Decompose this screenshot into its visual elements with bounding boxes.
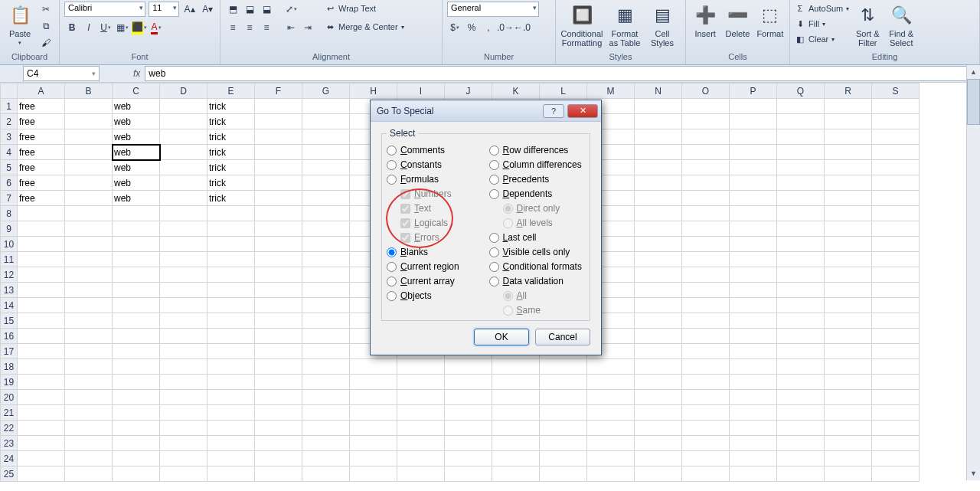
scroll-down-icon[interactable]: ▼ — [967, 466, 980, 480]
cell-D17[interactable] — [160, 344, 207, 359]
cell-F16[interactable] — [255, 329, 302, 344]
italic-button[interactable]: I — [81, 20, 96, 35]
cell-J19[interactable] — [445, 375, 492, 390]
cell-B19[interactable] — [65, 375, 113, 390]
cell-B17[interactable] — [65, 344, 113, 359]
cell-S18[interactable] — [872, 359, 920, 375]
column-header-L[interactable]: L — [540, 83, 587, 99]
cell-B21[interactable] — [65, 405, 113, 421]
cell-H22[interactable] — [350, 421, 397, 436]
cell-K23[interactable] — [492, 436, 540, 451]
cell-K19[interactable] — [492, 375, 540, 390]
cell-D19[interactable] — [160, 375, 207, 390]
cell-O25[interactable] — [682, 466, 730, 482]
cell-L23[interactable] — [540, 436, 587, 451]
row-header-5[interactable]: 5 — [1, 160, 18, 175]
cell-P19[interactable] — [730, 375, 777, 390]
cell-F19[interactable] — [255, 375, 302, 390]
fill-button[interactable]: ⬇Fill ▾ — [795, 17, 849, 31]
cell-E9[interactable] — [207, 221, 255, 237]
cell-O3[interactable] — [682, 129, 730, 145]
clear-button[interactable]: ◧Clear ▾ — [795, 32, 849, 46]
cell-I24[interactable] — [397, 451, 445, 466]
cell-C8[interactable] — [113, 206, 160, 221]
cell-F2[interactable] — [255, 114, 302, 129]
cell-N12[interactable] — [635, 267, 682, 283]
wrap-text-button[interactable]: ↩Wrap Text — [325, 2, 404, 15]
cell-N15[interactable] — [635, 313, 682, 329]
merge-center-button[interactable]: ⬌Merge & Center ▾ — [325, 20, 404, 34]
cell-P5[interactable] — [730, 160, 777, 175]
cell-P22[interactable] — [730, 421, 777, 436]
cell-G24[interactable] — [302, 451, 350, 466]
cell-O19[interactable] — [682, 375, 730, 390]
cell-P16[interactable] — [730, 329, 777, 344]
cell-E11[interactable] — [207, 252, 255, 267]
cell-A24[interactable] — [18, 451, 65, 466]
align-right-button[interactable]: ≡ — [259, 20, 274, 35]
cell-K22[interactable] — [492, 421, 540, 436]
comma-button[interactable]: , — [481, 20, 496, 35]
cell-G10[interactable] — [302, 237, 350, 252]
cell-C10[interactable] — [113, 237, 160, 252]
cut-button[interactable]: ✂ — [38, 2, 54, 17]
cell-B5[interactable] — [65, 160, 113, 175]
cell-G6[interactable] — [302, 175, 350, 191]
cell-R17[interactable] — [825, 344, 872, 359]
scroll-thumb[interactable] — [967, 79, 980, 125]
cell-O1[interactable] — [682, 99, 730, 114]
find-select-button[interactable]: 🔍Find & Select — [886, 2, 916, 52]
cell-Q6[interactable] — [777, 175, 825, 191]
row-header-7[interactable]: 7 — [1, 191, 18, 206]
column-header-J[interactable]: J — [445, 83, 492, 99]
cell-K21[interactable] — [492, 405, 540, 421]
cell-F21[interactable] — [255, 405, 302, 421]
row-header-20[interactable]: 20 — [1, 390, 18, 405]
cell-N13[interactable] — [635, 283, 682, 298]
cell-F12[interactable] — [255, 267, 302, 283]
cell-S24[interactable] — [872, 451, 920, 466]
row-header-1[interactable]: 1 — [1, 99, 18, 114]
cell-G25[interactable] — [302, 466, 350, 482]
cell-A6[interactable]: free — [18, 175, 65, 191]
cell-R10[interactable] — [825, 237, 872, 252]
cell-D4[interactable] — [160, 145, 207, 160]
column-header-B[interactable]: B — [65, 83, 113, 99]
cell-D23[interactable] — [160, 436, 207, 451]
cell-M24[interactable] — [587, 451, 635, 466]
cell-G1[interactable] — [302, 99, 350, 114]
cell-A1[interactable]: free — [18, 99, 65, 114]
option-blanks[interactable]: Blanks — [387, 247, 483, 257]
row-header-6[interactable]: 6 — [1, 175, 18, 191]
cell-O9[interactable] — [682, 221, 730, 237]
option-comments[interactable]: Comments — [387, 145, 483, 155]
cell-D21[interactable] — [160, 405, 207, 421]
cell-P23[interactable] — [730, 436, 777, 451]
cell-D22[interactable] — [160, 421, 207, 436]
cell-H25[interactable] — [350, 466, 397, 482]
cell-E8[interactable] — [207, 206, 255, 221]
cell-D6[interactable] — [160, 175, 207, 191]
cell-B22[interactable] — [65, 421, 113, 436]
cell-J18[interactable] — [445, 359, 492, 375]
cell-Q14[interactable] — [777, 298, 825, 313]
row-header-18[interactable]: 18 — [1, 359, 18, 375]
cell-F25[interactable] — [255, 466, 302, 482]
radio-region[interactable] — [387, 262, 397, 272]
cell-O15[interactable] — [682, 313, 730, 329]
cell-A9[interactable] — [18, 221, 65, 237]
column-header-E[interactable]: E — [207, 83, 255, 99]
cell-S6[interactable] — [872, 175, 920, 191]
cell-G3[interactable] — [302, 129, 350, 145]
radio-coldiff[interactable] — [489, 160, 499, 170]
row-header-3[interactable]: 3 — [1, 129, 18, 145]
cell-Q24[interactable] — [777, 451, 825, 466]
cell-C15[interactable] — [113, 313, 160, 329]
cell-F22[interactable] — [255, 421, 302, 436]
cell-R23[interactable] — [825, 436, 872, 451]
cell-F24[interactable] — [255, 451, 302, 466]
cell-E17[interactable] — [207, 344, 255, 359]
cell-I19[interactable] — [397, 375, 445, 390]
cell-E3[interactable]: trick — [207, 129, 255, 145]
cell-A18[interactable] — [18, 359, 65, 375]
